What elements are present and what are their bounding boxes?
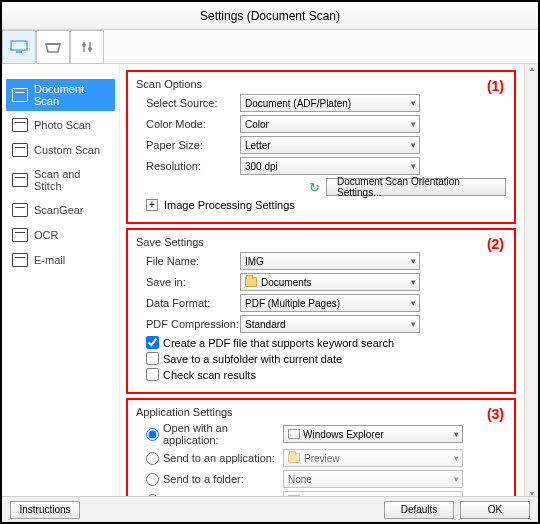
paper-size-combo[interactable]: Letter bbox=[240, 136, 420, 154]
svg-rect-0 bbox=[11, 41, 27, 50]
svg-point-4 bbox=[82, 43, 86, 47]
keyword-search-checkbox[interactable] bbox=[146, 336, 159, 349]
application-settings-group: (3) Application Settings Open with an ap… bbox=[126, 398, 516, 498]
scangear-icon bbox=[12, 203, 28, 217]
sidebar-item-email[interactable]: E-mail bbox=[6, 249, 115, 271]
resolution-label: Resolution: bbox=[136, 160, 240, 172]
check-results-checkbox[interactable] bbox=[146, 368, 159, 381]
subfolder-date-label: Save to a subfolder with current date bbox=[163, 353, 342, 365]
scan-options-group: (1) Scan Options Select Source:Document … bbox=[126, 70, 516, 224]
monitor-icon bbox=[10, 40, 28, 54]
email-icon bbox=[12, 253, 28, 267]
save-settings-group: (2) Save Settings File Name:IMG Save in:… bbox=[126, 228, 516, 394]
defaults-button[interactable]: Defaults bbox=[384, 501, 454, 519]
title-bar: Settings (Document Scan) bbox=[2, 2, 538, 30]
orientation-settings-button[interactable]: Document Scan Orientation Settings... bbox=[326, 178, 506, 196]
refresh-icon[interactable]: ↻ bbox=[309, 180, 320, 195]
open-with-combo[interactable]: Windows Explorer bbox=[283, 425, 463, 443]
photo-icon bbox=[12, 118, 28, 132]
svg-point-6 bbox=[88, 47, 92, 51]
scan-options-title: Scan Options bbox=[136, 78, 506, 90]
send-to-folder-combo[interactable]: None bbox=[283, 470, 463, 488]
window-title: Settings (Document Scan) bbox=[200, 9, 340, 23]
data-format-label: Data Format: bbox=[136, 297, 240, 309]
sidebar-item-document-scan[interactable]: Document Scan bbox=[6, 79, 115, 111]
send-to-app-combo[interactable]: Preview bbox=[283, 449, 463, 467]
pdf-compression-combo[interactable]: Standard bbox=[240, 315, 420, 333]
subfolder-date-checkbox[interactable] bbox=[146, 352, 159, 365]
open-with-label: Open with an application: bbox=[163, 422, 283, 446]
check-results-label: Check scan results bbox=[163, 369, 256, 381]
save-settings-title: Save Settings bbox=[136, 236, 506, 248]
main-panel: (1) Scan Options Select Source:Document … bbox=[120, 64, 538, 498]
group-number-3: (3) bbox=[487, 406, 504, 422]
folder-icon bbox=[288, 453, 300, 463]
select-source-combo[interactable]: Document (ADF/Platen) bbox=[240, 94, 420, 112]
instructions-button[interactable]: Instructions bbox=[10, 501, 80, 519]
save-in-label: Save in: bbox=[136, 276, 240, 288]
sidebar-item-scangear[interactable]: ScanGear bbox=[6, 199, 115, 221]
sidebar-item-custom-scan[interactable]: Custom Scan bbox=[6, 139, 115, 161]
tab-tools[interactable] bbox=[70, 30, 104, 64]
paper-size-label: Paper Size: bbox=[136, 139, 240, 151]
select-source-label: Select Source: bbox=[136, 97, 240, 109]
document-icon bbox=[12, 88, 28, 102]
send-to-folder-radio[interactable] bbox=[146, 473, 159, 486]
file-name-combo[interactable]: IMG bbox=[240, 252, 420, 270]
pdf-compression-label: PDF Compression: bbox=[136, 318, 240, 330]
tab-scanner[interactable] bbox=[36, 30, 70, 64]
sidebar-item-scan-and-stitch[interactable]: Scan and Stitch bbox=[6, 164, 115, 196]
scanner-icon bbox=[44, 40, 62, 54]
vertical-scrollbar[interactable] bbox=[524, 64, 538, 498]
image-processing-label: Image Processing Settings bbox=[164, 199, 295, 211]
sidebar: Document Scan Photo Scan Custom Scan Sca… bbox=[2, 64, 120, 498]
color-mode-label: Color Mode: bbox=[136, 118, 240, 130]
keyword-search-label: Create a PDF file that supports keyword … bbox=[163, 337, 394, 349]
expand-icon[interactable]: + bbox=[146, 199, 158, 211]
send-to-app-radio[interactable] bbox=[146, 452, 159, 465]
sidebar-item-ocr[interactable]: OCR bbox=[6, 224, 115, 246]
data-format-combo[interactable]: PDF (Multiple Pages) bbox=[240, 294, 420, 312]
app-icon bbox=[288, 429, 300, 439]
application-settings-title: Application Settings bbox=[136, 406, 506, 418]
top-tabs bbox=[2, 30, 538, 64]
stitch-icon bbox=[12, 173, 28, 187]
open-with-radio[interactable] bbox=[146, 428, 159, 441]
sliders-icon bbox=[78, 40, 96, 54]
folder-icon bbox=[245, 277, 257, 287]
save-in-combo[interactable]: Documents bbox=[240, 273, 420, 291]
footer: Instructions Defaults OK bbox=[2, 496, 538, 522]
send-to-folder-label: Send to a folder: bbox=[163, 473, 283, 485]
color-mode-combo[interactable]: Color bbox=[240, 115, 420, 133]
sidebar-item-photo-scan[interactable]: Photo Scan bbox=[6, 114, 115, 136]
group-number-2: (2) bbox=[487, 236, 504, 252]
tab-pc[interactable] bbox=[2, 30, 36, 64]
group-number-1: (1) bbox=[487, 78, 504, 94]
send-to-app-label: Send to an application: bbox=[163, 452, 283, 464]
ok-button[interactable]: OK bbox=[460, 501, 530, 519]
ocr-icon bbox=[12, 228, 28, 242]
custom-icon bbox=[12, 143, 28, 157]
file-name-label: File Name: bbox=[136, 255, 240, 267]
svg-rect-1 bbox=[16, 51, 22, 53]
resolution-combo[interactable]: 300 dpi bbox=[240, 157, 420, 175]
